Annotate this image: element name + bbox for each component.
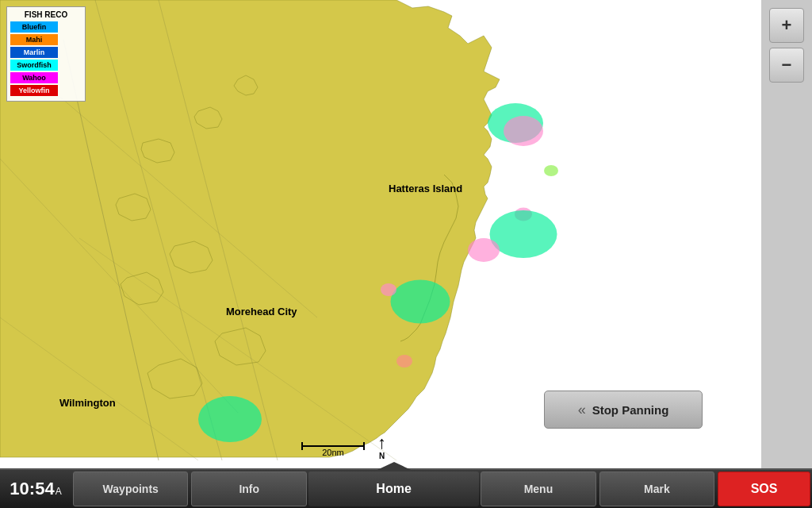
legend-item-mahi: Mahi (10, 34, 82, 45)
stop-panning-label: Stop Panning (592, 403, 669, 417)
fish-blob-blob9 (396, 355, 412, 368)
legend-item-yellowfin: Yellowfin (10, 85, 82, 96)
legend: FISH RECO Bluefin Mahi Marlin Swordfish … (6, 6, 86, 102)
stop-panning-chevron-icon: « (578, 402, 586, 418)
sos-button[interactable]: SOS (718, 471, 810, 506)
fish-blob-blob7 (391, 280, 450, 324)
time-value: 10:54 (10, 479, 54, 499)
stop-panning-button[interactable]: « Stop Panning (544, 391, 703, 429)
zoom-in-button[interactable]: + (769, 8, 804, 43)
legend-title: FISH RECO (10, 10, 82, 19)
legend-items: Bluefin Mahi Marlin Swordfish Wahoo Yell… (10, 21, 82, 96)
toolbar: 10:54 A Waypoints Info Home Menu Mark SO… (0, 468, 812, 508)
legend-item-bluefin: Bluefin (10, 21, 82, 33)
waypoints-button[interactable]: Waypoints (73, 471, 188, 506)
fish-blob-blob8 (381, 283, 396, 296)
fish-blob-blob3 (544, 165, 558, 176)
time-suffix: A (56, 486, 62, 497)
north-arrow: ↑ N (377, 434, 386, 460)
home-label: Home (376, 482, 411, 496)
fish-blob-blob6 (468, 238, 500, 262)
scale-label: 20nm (322, 448, 344, 457)
legend-item-swordfish: Swordfish (10, 60, 82, 71)
menu-button[interactable]: Menu (481, 471, 596, 506)
fish-blob-blob2 (504, 116, 543, 146)
map-container[interactable]: Hatteras Island Morehead City Wilmington… (0, 0, 761, 468)
legend-item-wahoo: Wahoo (10, 72, 82, 83)
scale-bar: 20nm (301, 445, 365, 457)
zoom-out-button[interactable]: − (769, 48, 804, 83)
home-button[interactable]: Home (308, 471, 479, 506)
fish-blob-blob5 (490, 210, 557, 258)
right-sidebar: + − (761, 0, 812, 468)
legend-item-marlin: Marlin (10, 47, 82, 58)
time-display: 10:54 A (0, 479, 71, 499)
fish-blob-blob10 (198, 396, 262, 442)
mark-button[interactable]: Mark (599, 471, 714, 506)
info-button[interactable]: Info (191, 471, 306, 506)
